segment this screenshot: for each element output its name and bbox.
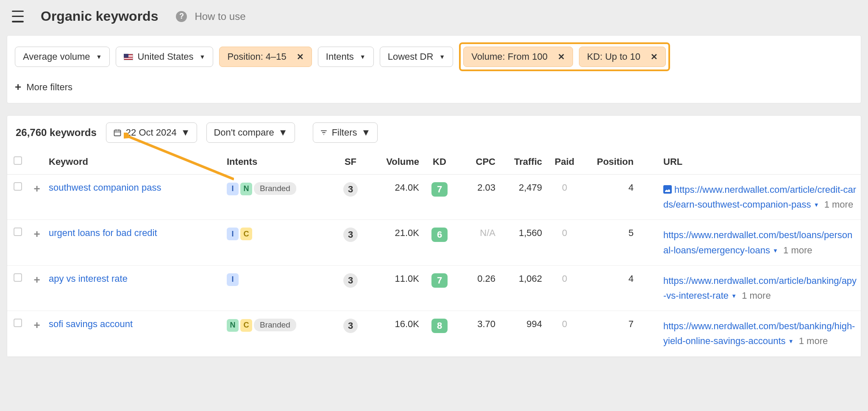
col-cpc[interactable]: CPC [456, 150, 499, 175]
compare-button[interactable]: Don't compare ▼ [206, 122, 295, 143]
filter-label: United States [137, 51, 193, 62]
more-urls-link[interactable]: 1 more [824, 199, 853, 210]
traffic-value: 2,479 [499, 175, 545, 220]
col-sf[interactable]: SF [334, 150, 367, 175]
kd-value: 6 [431, 228, 448, 242]
filter-label: Lowest DR [388, 51, 434, 62]
table-toolbar: 26,760 keywords 22 Oct 2024 ▼ Don't comp… [7, 116, 861, 150]
table-row: + apy vs interest rate I 3 11.0K 7 0.26 … [7, 265, 861, 311]
chevron-down-icon: ▼ [439, 53, 445, 60]
chevron-down-icon: ▼ [360, 53, 366, 60]
keyword-link[interactable]: southwest companion pass [49, 182, 161, 193]
intent-badge-i: I [227, 183, 239, 195]
date-picker-button[interactable]: 22 Oct 2024 ▼ [106, 122, 198, 143]
col-keyword[interactable]: Keyword [45, 150, 223, 175]
lowest-dr-filter[interactable]: Lowest DR ▼ [380, 47, 453, 67]
filter-label: Volume: From 100 [471, 51, 548, 62]
close-icon[interactable]: ✕ [297, 52, 304, 62]
filters-panel: Average volume ▼ United States ▼ Positio… [7, 35, 861, 103]
filters-button[interactable]: Filters ▼ [313, 122, 378, 143]
close-icon[interactable]: ✕ [558, 52, 565, 62]
hamburger-menu-icon[interactable] [12, 11, 24, 22]
sf-value[interactable]: 3 [343, 228, 358, 242]
expand-icon[interactable]: + [33, 273, 40, 286]
url-cell: https://www.nerdwallet.com/best/loans/pe… [660, 220, 861, 265]
more-urls-link[interactable]: 1 more [799, 336, 828, 346]
sf-value[interactable]: 3 [343, 273, 358, 288]
col-paid[interactable]: Paid [545, 150, 584, 175]
help-link[interactable]: How to use [195, 11, 245, 22]
col-position[interactable]: Position [584, 150, 643, 175]
url-cell: https://www.nerdwallet.com/best/banking/… [660, 311, 861, 356]
country-filter[interactable]: United States ▼ [116, 47, 213, 67]
sf-value[interactable]: 3 [343, 182, 358, 197]
kd-value: 7 [431, 273, 448, 288]
intents-cell: INBranded [223, 175, 334, 220]
average-volume-filter[interactable]: Average volume ▼ [15, 47, 110, 67]
keyword-link[interactable]: urgent loans for bad credit [49, 228, 157, 238]
intent-badge-c: C [240, 228, 252, 240]
sf-value[interactable]: 3 [343, 319, 358, 333]
more-filters-label: More filters [26, 82, 72, 93]
table-row: + southwest companion pass INBranded 3 2… [7, 175, 861, 220]
paid-value: 0 [545, 220, 584, 265]
chevron-down-icon: ▼ [278, 127, 288, 138]
filter-label: Intents [326, 51, 354, 62]
keyword-link[interactable]: sofi savings account [49, 319, 133, 329]
col-volume[interactable]: Volume [367, 150, 423, 175]
kd-filter[interactable]: KD: Up to 10 ✕ [579, 47, 666, 67]
row-checkbox[interactable] [14, 182, 22, 191]
col-url[interactable]: URL [660, 150, 861, 175]
expand-icon[interactable]: + [33, 228, 40, 240]
expand-icon[interactable]: + [33, 319, 40, 331]
highlighted-filters: Volume: From 100 ✕ KD: Up to 10 ✕ [459, 42, 670, 71]
keyword-count: 26,760 keywords [16, 127, 97, 139]
close-icon[interactable]: ✕ [651, 52, 658, 62]
row-checkbox[interactable] [14, 228, 22, 236]
branded-badge: Branded [254, 319, 296, 331]
row-checkbox[interactable] [14, 319, 22, 327]
select-all-checkbox[interactable] [14, 156, 22, 165]
filter-label: Average volume [23, 51, 90, 62]
intent-badge-n: N [227, 319, 239, 332]
chevron-down-icon[interactable]: ▼ [788, 338, 794, 344]
more-urls-link[interactable]: 1 more [742, 290, 771, 301]
col-traffic[interactable]: Traffic [499, 150, 545, 175]
chevron-down-icon[interactable]: ▼ [814, 202, 819, 208]
paid-value: 0 [545, 311, 584, 356]
chevron-down-icon[interactable]: ▼ [773, 247, 778, 254]
branded-badge: Branded [254, 182, 296, 195]
volume-value: 16.0K [367, 311, 423, 356]
volume-value: 21.0K [367, 220, 423, 265]
chevron-down-icon: ▼ [181, 127, 190, 138]
position-value: 4 [584, 265, 643, 311]
position-value: 4 [584, 175, 643, 220]
page-title: Organic keywords [41, 8, 158, 24]
chevron-down-icon: ▼ [362, 127, 371, 138]
us-flag-icon [124, 54, 133, 60]
cpc-value: 2.03 [456, 175, 499, 220]
keyword-link[interactable]: apy vs interest rate [49, 273, 128, 284]
more-urls-link[interactable]: 1 more [783, 245, 812, 255]
more-filters-button[interactable]: + More filters [15, 81, 853, 94]
url-cell: https://www.nerdwallet.com/article/credi… [660, 175, 861, 220]
intents-filter[interactable]: Intents ▼ [318, 47, 374, 67]
position-filter[interactable]: Position: 4–15 ✕ [219, 47, 312, 67]
keywords-table: Keyword Intents SF Volume KD CPC Traffic… [7, 150, 861, 357]
col-intents[interactable]: Intents [223, 150, 334, 175]
filter-label: Position: 4–15 [227, 51, 286, 62]
table-row: + urgent loans for bad credit IC 3 21.0K… [7, 220, 861, 265]
url-link[interactable]: https://www.nerdwallet.com/best/loans/pe… [663, 230, 852, 255]
intents-cell: NCBranded [223, 311, 334, 356]
chevron-down-icon: ▼ [96, 53, 102, 60]
paid-value: 0 [545, 265, 584, 311]
volume-filter[interactable]: Volume: From 100 ✕ [463, 47, 573, 67]
keywords-table-card: 26,760 keywords 22 Oct 2024 ▼ Don't comp… [7, 115, 861, 357]
expand-icon[interactable]: + [33, 182, 40, 195]
col-kd[interactable]: KD [423, 150, 456, 175]
row-checkbox[interactable] [14, 273, 22, 282]
intents-cell: IC [223, 220, 334, 265]
chevron-down-icon[interactable]: ▼ [731, 293, 737, 299]
position-value: 7 [584, 311, 643, 356]
help-icon[interactable]: ? [176, 11, 187, 22]
